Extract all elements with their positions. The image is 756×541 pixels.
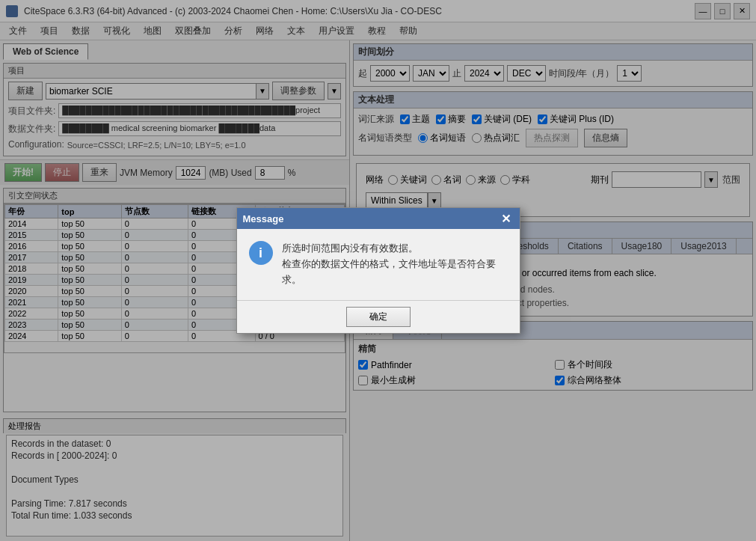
modal-overlay: Message ✕ i 所选时间范围内没有有效数据。 检查你的数据文件的格式，文…	[0, 0, 756, 541]
modal-message: 所选时间范围内没有有效数据。 检查你的数据文件的格式，文件地址等是否符合要求。	[282, 241, 508, 287]
modal-message-line1: 所选时间范围内没有有效数据。	[282, 241, 508, 257]
modal-title-bar: Message ✕	[237, 208, 520, 229]
modal-footer: 确定	[237, 300, 520, 333]
modal-info-icon: i	[249, 241, 273, 265]
modal-body: i 所选时间范围内没有有效数据。 检查你的数据文件的格式，文件地址等是否符合要求…	[237, 229, 520, 299]
modal-title-text: Message	[243, 213, 284, 224]
modal-ok-button[interactable]: 确定	[346, 307, 411, 327]
modal-dialog: Message ✕ i 所选时间范围内没有有效数据。 检查你的数据文件的格式，文…	[236, 207, 520, 333]
modal-close-button[interactable]: ✕	[499, 211, 514, 226]
modal-message-line2: 检查你的数据文件的格式，文件地址等是否符合要求。	[282, 257, 508, 288]
